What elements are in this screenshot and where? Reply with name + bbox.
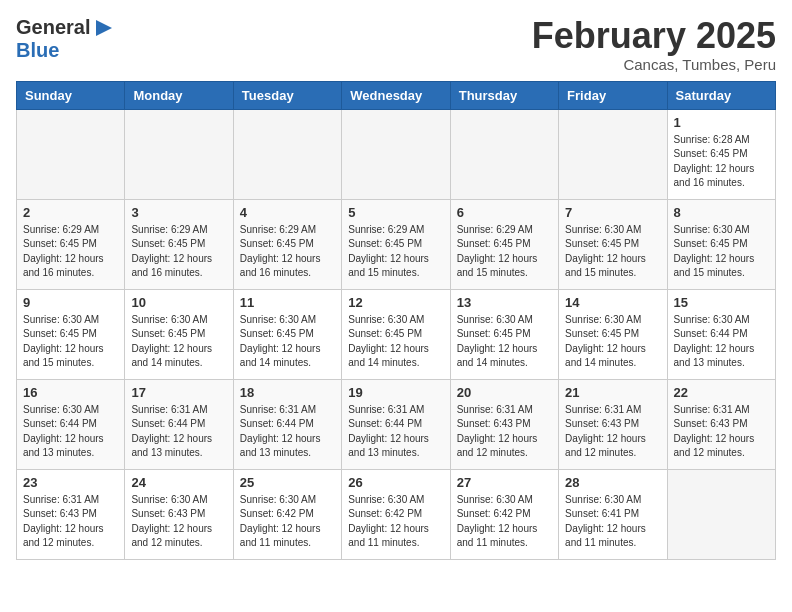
day-info: Sunrise: 6:28 AM Sunset: 6:45 PM Dayligh… xyxy=(674,133,769,191)
day-number: 12 xyxy=(348,295,443,310)
calendar-cell: 26Sunrise: 6:30 AM Sunset: 6:42 PM Dayli… xyxy=(342,469,450,559)
day-info: Sunrise: 6:30 AM Sunset: 6:45 PM Dayligh… xyxy=(565,313,660,371)
day-number: 20 xyxy=(457,385,552,400)
day-number: 7 xyxy=(565,205,660,220)
day-info: Sunrise: 6:29 AM Sunset: 6:45 PM Dayligh… xyxy=(240,223,335,281)
calendar-cell: 22Sunrise: 6:31 AM Sunset: 6:43 PM Dayli… xyxy=(667,379,775,469)
day-number: 2 xyxy=(23,205,118,220)
day-number: 26 xyxy=(348,475,443,490)
weekday-header-friday: Friday xyxy=(559,81,667,109)
day-number: 17 xyxy=(131,385,226,400)
day-info: Sunrise: 6:31 AM Sunset: 6:43 PM Dayligh… xyxy=(23,493,118,551)
calendar-cell xyxy=(342,109,450,199)
calendar-cell: 13Sunrise: 6:30 AM Sunset: 6:45 PM Dayli… xyxy=(450,289,558,379)
day-number: 25 xyxy=(240,475,335,490)
day-number: 9 xyxy=(23,295,118,310)
calendar-week-row: 1Sunrise: 6:28 AM Sunset: 6:45 PM Daylig… xyxy=(17,109,776,199)
logo-general-text: General xyxy=(16,16,90,39)
day-info: Sunrise: 6:29 AM Sunset: 6:45 PM Dayligh… xyxy=(457,223,552,281)
weekday-header-saturday: Saturday xyxy=(667,81,775,109)
calendar-cell xyxy=(17,109,125,199)
calendar-cell: 24Sunrise: 6:30 AM Sunset: 6:43 PM Dayli… xyxy=(125,469,233,559)
day-info: Sunrise: 6:29 AM Sunset: 6:45 PM Dayligh… xyxy=(23,223,118,281)
day-info: Sunrise: 6:31 AM Sunset: 6:43 PM Dayligh… xyxy=(565,403,660,461)
day-info: Sunrise: 6:30 AM Sunset: 6:45 PM Dayligh… xyxy=(240,313,335,371)
location-text: Cancas, Tumbes, Peru xyxy=(532,56,776,73)
calendar-cell: 6Sunrise: 6:29 AM Sunset: 6:45 PM Daylig… xyxy=(450,199,558,289)
calendar-cell xyxy=(667,469,775,559)
calendar-cell: 9Sunrise: 6:30 AM Sunset: 6:45 PM Daylig… xyxy=(17,289,125,379)
calendar-cell: 2Sunrise: 6:29 AM Sunset: 6:45 PM Daylig… xyxy=(17,199,125,289)
day-info: Sunrise: 6:30 AM Sunset: 6:45 PM Dayligh… xyxy=(348,313,443,371)
page-header: General Blue February 2025 Cancas, Tumbe… xyxy=(16,16,776,73)
day-info: Sunrise: 6:30 AM Sunset: 6:45 PM Dayligh… xyxy=(457,313,552,371)
day-number: 21 xyxy=(565,385,660,400)
day-info: Sunrise: 6:30 AM Sunset: 6:45 PM Dayligh… xyxy=(131,313,226,371)
weekday-header-sunday: Sunday xyxy=(17,81,125,109)
day-number: 13 xyxy=(457,295,552,310)
day-info: Sunrise: 6:29 AM Sunset: 6:45 PM Dayligh… xyxy=(348,223,443,281)
calendar-cell: 3Sunrise: 6:29 AM Sunset: 6:45 PM Daylig… xyxy=(125,199,233,289)
day-info: Sunrise: 6:31 AM Sunset: 6:44 PM Dayligh… xyxy=(240,403,335,461)
day-info: Sunrise: 6:30 AM Sunset: 6:42 PM Dayligh… xyxy=(348,493,443,551)
logo: General Blue xyxy=(16,16,114,62)
day-info: Sunrise: 6:30 AM Sunset: 6:43 PM Dayligh… xyxy=(131,493,226,551)
day-number: 1 xyxy=(674,115,769,130)
calendar-cell: 4Sunrise: 6:29 AM Sunset: 6:45 PM Daylig… xyxy=(233,199,341,289)
day-number: 23 xyxy=(23,475,118,490)
day-number: 8 xyxy=(674,205,769,220)
day-info: Sunrise: 6:30 AM Sunset: 6:42 PM Dayligh… xyxy=(457,493,552,551)
day-number: 3 xyxy=(131,205,226,220)
day-number: 15 xyxy=(674,295,769,310)
calendar-cell: 1Sunrise: 6:28 AM Sunset: 6:45 PM Daylig… xyxy=(667,109,775,199)
calendar-cell: 20Sunrise: 6:31 AM Sunset: 6:43 PM Dayli… xyxy=(450,379,558,469)
day-number: 22 xyxy=(674,385,769,400)
calendar-cell: 21Sunrise: 6:31 AM Sunset: 6:43 PM Dayli… xyxy=(559,379,667,469)
calendar-cell: 11Sunrise: 6:30 AM Sunset: 6:45 PM Dayli… xyxy=(233,289,341,379)
day-number: 5 xyxy=(348,205,443,220)
calendar-cell: 19Sunrise: 6:31 AM Sunset: 6:44 PM Dayli… xyxy=(342,379,450,469)
day-info: Sunrise: 6:30 AM Sunset: 6:44 PM Dayligh… xyxy=(674,313,769,371)
calendar-cell: 15Sunrise: 6:30 AM Sunset: 6:44 PM Dayli… xyxy=(667,289,775,379)
calendar-cell xyxy=(559,109,667,199)
calendar-week-row: 23Sunrise: 6:31 AM Sunset: 6:43 PM Dayli… xyxy=(17,469,776,559)
calendar-cell xyxy=(450,109,558,199)
month-title: February 2025 xyxy=(532,16,776,56)
calendar-week-row: 16Sunrise: 6:30 AM Sunset: 6:44 PM Dayli… xyxy=(17,379,776,469)
day-info: Sunrise: 6:31 AM Sunset: 6:43 PM Dayligh… xyxy=(457,403,552,461)
calendar-cell: 8Sunrise: 6:30 AM Sunset: 6:45 PM Daylig… xyxy=(667,199,775,289)
title-block: February 2025 Cancas, Tumbes, Peru xyxy=(532,16,776,73)
calendar-cell: 25Sunrise: 6:30 AM Sunset: 6:42 PM Dayli… xyxy=(233,469,341,559)
calendar-week-row: 9Sunrise: 6:30 AM Sunset: 6:45 PM Daylig… xyxy=(17,289,776,379)
day-info: Sunrise: 6:30 AM Sunset: 6:45 PM Dayligh… xyxy=(23,313,118,371)
svg-marker-0 xyxy=(96,20,112,36)
calendar-cell: 5Sunrise: 6:29 AM Sunset: 6:45 PM Daylig… xyxy=(342,199,450,289)
day-info: Sunrise: 6:31 AM Sunset: 6:43 PM Dayligh… xyxy=(674,403,769,461)
weekday-header-wednesday: Wednesday xyxy=(342,81,450,109)
day-number: 16 xyxy=(23,385,118,400)
calendar-cell xyxy=(233,109,341,199)
calendar-cell: 16Sunrise: 6:30 AM Sunset: 6:44 PM Dayli… xyxy=(17,379,125,469)
day-info: Sunrise: 6:31 AM Sunset: 6:44 PM Dayligh… xyxy=(131,403,226,461)
calendar-cell: 23Sunrise: 6:31 AM Sunset: 6:43 PM Dayli… xyxy=(17,469,125,559)
weekday-header-tuesday: Tuesday xyxy=(233,81,341,109)
calendar-cell: 10Sunrise: 6:30 AM Sunset: 6:45 PM Dayli… xyxy=(125,289,233,379)
day-info: Sunrise: 6:29 AM Sunset: 6:45 PM Dayligh… xyxy=(131,223,226,281)
day-number: 24 xyxy=(131,475,226,490)
calendar-table: SundayMondayTuesdayWednesdayThursdayFrid… xyxy=(16,81,776,560)
day-number: 18 xyxy=(240,385,335,400)
calendar-week-row: 2Sunrise: 6:29 AM Sunset: 6:45 PM Daylig… xyxy=(17,199,776,289)
calendar-cell: 12Sunrise: 6:30 AM Sunset: 6:45 PM Dayli… xyxy=(342,289,450,379)
day-info: Sunrise: 6:30 AM Sunset: 6:45 PM Dayligh… xyxy=(565,223,660,281)
day-number: 14 xyxy=(565,295,660,310)
calendar-cell: 17Sunrise: 6:31 AM Sunset: 6:44 PM Dayli… xyxy=(125,379,233,469)
calendar-cell: 27Sunrise: 6:30 AM Sunset: 6:42 PM Dayli… xyxy=(450,469,558,559)
calendar-cell: 7Sunrise: 6:30 AM Sunset: 6:45 PM Daylig… xyxy=(559,199,667,289)
day-number: 6 xyxy=(457,205,552,220)
logo-flag-icon xyxy=(94,18,114,38)
logo-blue-text: Blue xyxy=(16,39,59,62)
day-number: 19 xyxy=(348,385,443,400)
day-info: Sunrise: 6:30 AM Sunset: 6:42 PM Dayligh… xyxy=(240,493,335,551)
day-info: Sunrise: 6:30 AM Sunset: 6:45 PM Dayligh… xyxy=(674,223,769,281)
calendar-cell xyxy=(125,109,233,199)
